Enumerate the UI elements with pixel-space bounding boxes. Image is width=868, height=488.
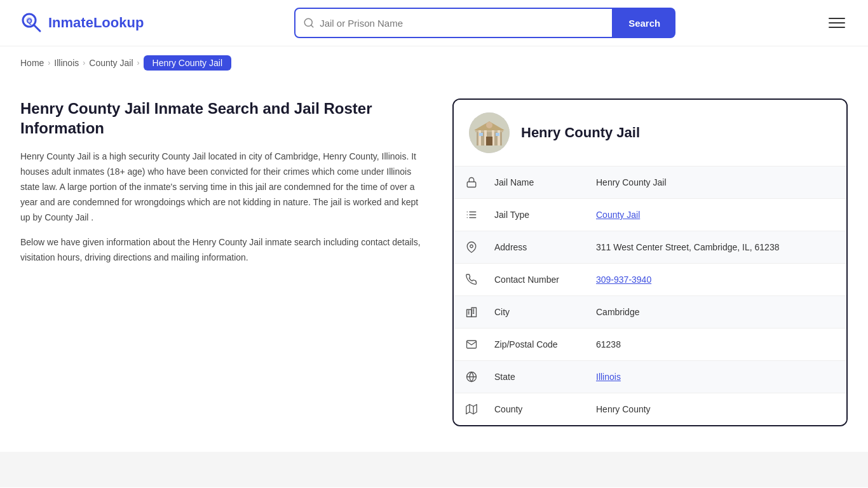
svg-rect-13 bbox=[486, 137, 492, 146]
breadcrumb: Home › Illinois › County Jail › Henry Co… bbox=[0, 46, 868, 79]
search-input[interactable] bbox=[320, 18, 604, 29]
state-value: Illinois bbox=[591, 362, 846, 392]
mail-icon bbox=[454, 329, 489, 360]
info-rows: Jail Name Henry County Jail Jail Type Co… bbox=[454, 166, 846, 425]
breadcrumb-sep-2: › bbox=[83, 58, 85, 67]
page-description-1: Henry County Jail is a high security Cou… bbox=[20, 149, 427, 225]
breadcrumb-home[interactable]: Home bbox=[20, 58, 44, 68]
logo-icon: Q bbox=[20, 11, 43, 34]
city-label: City bbox=[489, 297, 591, 327]
info-row-jail-type: Jail Type County Jail bbox=[454, 199, 846, 231]
svg-line-5 bbox=[311, 25, 313, 27]
globe-icon bbox=[454, 361, 489, 393]
svg-line-1 bbox=[34, 25, 40, 31]
jail-type-link[interactable]: County Jail bbox=[596, 210, 640, 220]
city-icon bbox=[454, 296, 489, 328]
county-label: County bbox=[489, 394, 591, 424]
right-column: Henry County Jail Jail Name Henry County… bbox=[452, 98, 848, 426]
footer-area bbox=[0, 452, 868, 487]
search-input-wrapper bbox=[294, 8, 613, 38]
location-icon bbox=[454, 231, 489, 263]
breadcrumb-active: Henry County Jail bbox=[144, 55, 232, 71]
address-value: 311 West Center Street, Cambridge, IL, 6… bbox=[591, 232, 846, 262]
svg-text:Q: Q bbox=[27, 17, 32, 25]
address-label: Address bbox=[489, 232, 591, 262]
state-link[interactable]: Illinois bbox=[596, 372, 621, 382]
jail-name-value: Henry County Jail bbox=[591, 167, 846, 198]
jail-type-value: County Jail bbox=[591, 200, 846, 230]
county-value: Henry County bbox=[591, 394, 846, 424]
jail-name-header: Henry County Jail bbox=[521, 125, 640, 141]
jail-avatar bbox=[469, 112, 510, 153]
info-card-header: Henry County Jail bbox=[454, 100, 846, 166]
map-icon bbox=[454, 393, 489, 425]
jail-icon bbox=[454, 166, 489, 198]
info-row-address: Address 311 West Center Street, Cambridg… bbox=[454, 231, 846, 264]
svg-rect-9 bbox=[478, 129, 481, 146]
list-icon bbox=[454, 199, 489, 231]
hamburger-menu[interactable] bbox=[826, 15, 848, 30]
state-label: State bbox=[489, 362, 591, 392]
zip-label: Zip/Postal Code bbox=[489, 329, 591, 360]
search-icon bbox=[303, 17, 315, 29]
zip-value: 61238 bbox=[591, 329, 846, 360]
search-button[interactable]: Search bbox=[613, 8, 675, 38]
svg-rect-14 bbox=[479, 133, 483, 136]
svg-rect-12 bbox=[498, 129, 500, 146]
hamburger-line-1 bbox=[829, 18, 845, 19]
logo-text: InmateLookup bbox=[48, 15, 144, 31]
contact-value: 309-937-3940 bbox=[591, 264, 846, 295]
header: Q InmateLookup Search bbox=[0, 0, 868, 46]
left-column: Henry County Jail Inmate Search and Jail… bbox=[20, 98, 427, 276]
logo[interactable]: Q InmateLookup bbox=[20, 11, 144, 34]
jail-building-image bbox=[469, 112, 510, 153]
info-row-city: City Cambridge bbox=[454, 296, 846, 329]
info-row-county: County Henry County bbox=[454, 393, 846, 425]
breadcrumb-sep-3: › bbox=[137, 58, 140, 67]
jail-name-label: Jail Name bbox=[489, 167, 591, 198]
hamburger-line-3 bbox=[829, 27, 845, 28]
contact-label: Contact Number bbox=[489, 264, 591, 295]
main-content: Henry County Jail Inmate Search and Jail… bbox=[0, 79, 868, 452]
info-row-jail-name: Jail Name Henry County Jail bbox=[454, 166, 846, 199]
jail-type-label: Jail Type bbox=[489, 200, 591, 230]
breadcrumb-illinois[interactable]: Illinois bbox=[54, 58, 79, 68]
hamburger-line-2 bbox=[829, 22, 845, 24]
page-description-2: Below we have given information about th… bbox=[20, 235, 427, 266]
svg-point-25 bbox=[470, 245, 473, 248]
info-row-zip: Zip/Postal Code 61238 bbox=[454, 329, 846, 361]
svg-marker-30 bbox=[466, 405, 477, 414]
info-row-state: State Illinois bbox=[454, 361, 846, 393]
city-value: Cambridge bbox=[591, 297, 846, 327]
svg-rect-15 bbox=[496, 133, 499, 136]
contact-link[interactable]: 309-937-3940 bbox=[596, 274, 651, 285]
breadcrumb-sep-1: › bbox=[48, 58, 50, 67]
breadcrumb-county-jail[interactable]: County Jail bbox=[89, 58, 133, 68]
info-card: Henry County Jail Jail Name Henry County… bbox=[452, 98, 848, 426]
phone-icon bbox=[454, 264, 489, 295]
page-title: Henry County Jail Inmate Search and Jail… bbox=[20, 98, 427, 138]
svg-rect-18 bbox=[467, 182, 476, 187]
svg-point-17 bbox=[486, 122, 492, 128]
info-row-contact: Contact Number 309-937-3940 bbox=[454, 264, 846, 296]
search-bar: Search bbox=[294, 8, 675, 38]
